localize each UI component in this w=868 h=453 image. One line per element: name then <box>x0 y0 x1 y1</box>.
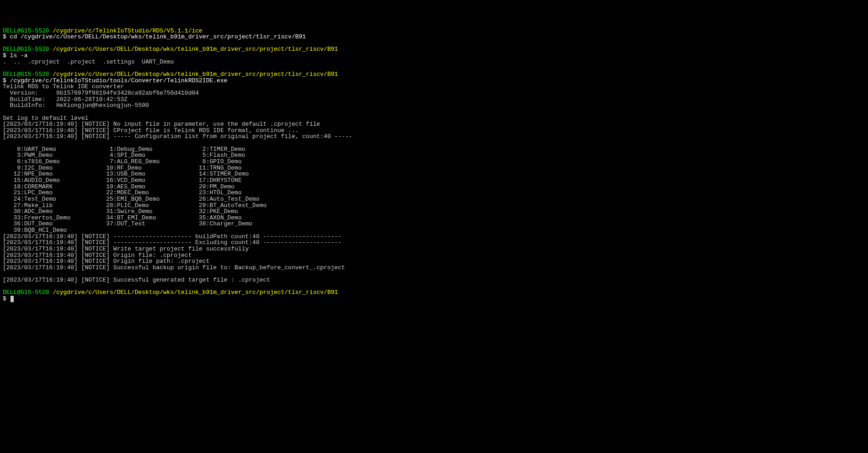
terminal-line: Telink RDS to Telink IDE converter <box>3 84 865 90</box>
command-input-cursor[interactable]: $ <box>3 295 14 302</box>
terminal-line: [2023/03/17T16:19:40] [NOTICE] Successfu… <box>3 265 865 271</box>
terminal-line: . .. .cproject .project .settings UART_D… <box>3 59 865 65</box>
terminal-line: BuildTime: 2022-06-28T10:42:53Z <box>3 96 865 103</box>
terminal-line: 9:I2C_Demo 10:RF_Demo 11:TRNG_Demo <box>3 165 865 171</box>
terminal-line: 21:LPC_Demo 22:MDEC_Demo 23:HTOL_Demo <box>3 190 865 196</box>
terminal-line <box>3 65 865 71</box>
terminal-line: BuildInfo: HeXiongjun@hexiongjun-5590 <box>3 102 865 109</box>
prompt-path: /cygdrive/c/Users/DELL/Desktop/wks/telin… <box>53 289 338 296</box>
terminal-line: [2023/03/17T16:19:40] [NOTICE] No input … <box>3 121 865 128</box>
terminal-line: 6:s7816_Demo 7:ALG_REG_Demo 8:GPIO_Demo <box>3 159 865 165</box>
command-text: $ cd /cygdrive/c/Users/DELL/Desktop/wks/… <box>3 33 306 40</box>
terminal-line: [2023/03/17T16:19:40] [NOTICE] ---------… <box>3 240 865 246</box>
output-text: BuildInfo: HeXiongjun@hexiongjun-5590 <box>3 102 149 109</box>
terminal-line: Set log to default level <box>3 115 865 122</box>
terminal-line <box>3 271 865 277</box>
terminal-line: [2023/03/17T16:19:40] [NOTICE] Origin fi… <box>3 258 865 265</box>
output-text: [2023/03/17T16:19:40] [NOTICE] Successfu… <box>3 277 270 283</box>
terminal-line: $ ls -a <box>3 53 865 59</box>
terminal-line: 27:Make_lib 28:PLIC_Demo 29:BT_AutoTest_… <box>3 203 865 209</box>
terminal-line: 3:PWM_Demo 4:SPI_Demo 5:Flash_Demo <box>3 152 865 159</box>
output-text: . .. .cproject .project .settings UART_D… <box>3 59 174 65</box>
terminal-line: [2023/03/17T16:19:40] [NOTICE] Successfu… <box>3 277 865 283</box>
terminal-line: 30:ADC_Demo 31:Swire_Demo 32:PKE_Demo <box>3 208 865 215</box>
prompt-path: /cygdrive/c/Users/DELL/Desktop/wks/telin… <box>53 46 338 53</box>
terminal-line: DELL@G15-5520 /cygdrive/c/Users/DELL/Des… <box>3 71 865 78</box>
terminal-line: 15:AUDIO_Demo 16:VCD_Demo 17:DHRYSTONE <box>3 177 865 184</box>
terminal-line: 36:DUT_Demo 37:DUT_Test 38:Charger_Demo <box>3 221 865 227</box>
terminal-line <box>3 40 865 47</box>
terminal-line: [2023/03/17T16:19:40] [NOTICE] Write tar… <box>3 246 865 252</box>
terminal-line: $ /cygdrive/c/TelinkIoTStudio/tools/Conv… <box>3 78 865 84</box>
output-text: [2023/03/17T16:19:40] [NOTICE] ----- Con… <box>3 133 352 140</box>
terminal-line: Version: 8b1576979f88194fe3428ca92abf6e7… <box>3 90 865 96</box>
terminal-line: DELL@G15-5520 /cygdrive/c/Users/DELL/Des… <box>3 46 865 53</box>
terminal-line: [2023/03/17T16:19:40] [NOTICE] ---------… <box>3 234 865 240</box>
terminal-line: $ <box>3 296 865 302</box>
terminal-line: 0:UART_Demo 1:Debug_Demo 2:TIMER_Demo <box>3 146 865 153</box>
terminal-line: 12:NPE_Demo 13:USB_Demo 14:STIMER_Demo <box>3 171 865 177</box>
terminal-line: $ cd /cygdrive/c/Users/DELL/Desktop/wks/… <box>3 34 865 40</box>
terminal-window[interactable]: DELL@G15-5520 /cygdrive/c/TelinkIoTStudi… <box>3 28 865 303</box>
terminal-line: [2023/03/17T16:19:40] [NOTICE] CProject … <box>3 128 865 134</box>
terminal-line: DELL@G15-5520 /cygdrive/c/Users/DELL/Des… <box>3 289 865 296</box>
terminal-line <box>3 109 865 115</box>
output-text: [2023/03/17T16:19:40] [NOTICE] Successfu… <box>3 264 345 271</box>
terminal-line: 39:BQB_HCI_Demo <box>3 227 865 234</box>
terminal-line: [2023/03/17T16:19:40] [NOTICE] ----- Con… <box>3 133 865 140</box>
terminal-line <box>3 140 865 146</box>
terminal-line: 33:Freertos_Demo 34:BT_EMI_Demo 35:AXON_… <box>3 215 865 221</box>
terminal-line: [2023/03/17T16:19:40] [NOTICE] Origin fi… <box>3 252 865 259</box>
terminal-line <box>3 283 865 290</box>
terminal-line: 24:Test_Demo 25:EMI_BQB_Demo 26:Auto_Tes… <box>3 196 865 203</box>
terminal-line: DELL@G15-5520 /cygdrive/c/TelinkIoTStudi… <box>3 28 865 34</box>
terminal-line: 18:COREMARK 19:AES_Demo 20:PM_Demo <box>3 184 865 190</box>
